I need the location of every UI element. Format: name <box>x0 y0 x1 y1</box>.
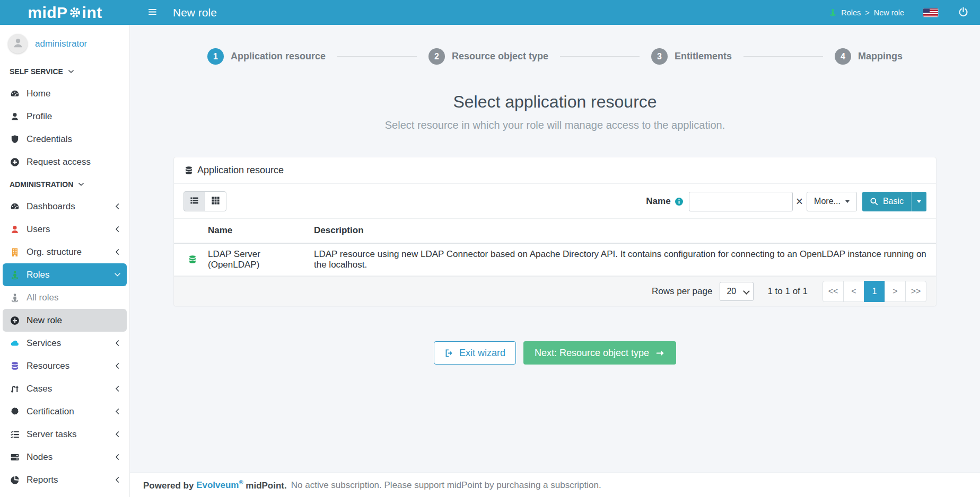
pager-page[interactable]: 1 <box>864 281 885 302</box>
section-label: ADMINISTRATION <box>10 180 73 189</box>
wizard-step-1[interactable]: 1Application resource <box>207 48 326 65</box>
name-search-input[interactable] <box>689 192 793 211</box>
sidebar-section-self-service[interactable]: SELF SERVICE <box>0 60 129 82</box>
user-icon <box>10 112 20 121</box>
role-breadcrumb-icon <box>829 8 837 16</box>
gear-icon <box>69 6 81 19</box>
step-connector <box>337 56 417 57</box>
breadcrumb: Roles > New role <box>829 8 904 17</box>
more-label: More... <box>814 197 841 206</box>
tile-view-button[interactable] <box>205 191 226 211</box>
exit-wizard-button[interactable]: Exit wizard <box>434 341 516 365</box>
step-label: Entitlements <box>675 51 732 62</box>
info-icon[interactable] <box>675 197 684 206</box>
pager-last[interactable]: >> <box>905 281 926 302</box>
page-body: administrator SELF SERVICEHomeProfileCre… <box>0 25 980 497</box>
sidebar-item-label: Nodes <box>27 452 52 463</box>
pager-next[interactable]: > <box>885 281 906 302</box>
sidebar-item-label: Profile <box>27 111 52 122</box>
sidebar-item-users[interactable]: Users <box>0 218 129 241</box>
menu-toggle-button[interactable] <box>146 5 159 20</box>
evolveum-link[interactable]: Evolveum® <box>196 480 243 490</box>
sidebar-item-dashboards[interactable]: Dashboards <box>0 195 129 218</box>
sidebar-nav: SELF SERVICEHomeProfileCredentialsReques… <box>0 60 129 491</box>
panel-title: Application resource <box>197 165 284 176</box>
sidebar-item-cases[interactable]: Cases <box>0 377 129 400</box>
chevron-left-icon <box>114 248 121 255</box>
caret-down-icon <box>845 200 850 203</box>
caret-down-icon <box>917 200 921 203</box>
step-number: 1 <box>207 48 224 65</box>
power-icon <box>958 7 968 19</box>
sidebar-item-nodes[interactable]: Nodes <box>0 446 129 468</box>
more-filters-button[interactable]: More... <box>807 192 857 211</box>
logout-button[interactable] <box>958 7 968 19</box>
user-panel[interactable]: administrator <box>0 25 129 60</box>
pie-chart-icon <box>10 475 20 485</box>
sidebar-item-org-structure[interactable]: Org. structure <box>0 241 129 263</box>
table-footer: Rows per page 20 1 to 1 of 1 <<<1>>> <box>174 276 936 306</box>
sidebar-item-resources[interactable]: Resources <box>0 354 129 377</box>
arrow-right-icon <box>656 349 665 358</box>
step-label: Mappings <box>858 51 903 62</box>
server-icon <box>10 452 20 462</box>
sidebar-item-label: Resources <box>27 361 69 371</box>
sidebar-item-reports[interactable]: Reports <box>0 468 129 491</box>
certificate-icon <box>10 407 20 416</box>
sidebar-item-roles[interactable]: Roles <box>3 263 127 286</box>
sidebar-item-credentials[interactable]: Credentials <box>0 128 129 150</box>
wizard-actions: Exit wizard Next: Resource object type <box>130 341 980 365</box>
sidebar-item-all-roles[interactable]: All roles <box>0 286 129 309</box>
search-mode-dropdown-button[interactable] <box>911 192 926 211</box>
sidebar-item-certification[interactable]: Certification <box>0 400 129 423</box>
sidebar-item-label: Request access <box>27 157 91 167</box>
sidebar-item-profile[interactable]: Profile <box>0 105 129 128</box>
chevron-left-icon <box>114 408 121 415</box>
cloud-icon <box>10 339 20 348</box>
page-title: New role <box>173 6 217 19</box>
breadcrumb-separator: > <box>865 8 869 17</box>
hamburger-icon <box>148 7 157 18</box>
wizard-step-4[interactable]: 4Mappings <box>835 48 903 65</box>
resource-name-cell: LDAP Server (OpenLDAP) <box>208 243 314 276</box>
panel-header: Application resource <box>174 157 936 184</box>
user-name: administrator <box>35 39 87 49</box>
app-logo[interactable]: midP int <box>0 0 130 25</box>
pagination-count: 1 to 1 of 1 <box>767 286 808 297</box>
chevron-left-icon <box>114 431 121 438</box>
step-number: 3 <box>651 48 668 65</box>
page-size-select[interactable]: 20 <box>720 282 754 301</box>
sidebar-section-administration[interactable]: ADMINISTRATION <box>0 173 129 195</box>
clear-search-button[interactable]: × <box>796 196 803 208</box>
sidebar-item-new-role[interactable]: New role <box>3 309 127 332</box>
pager-prev[interactable]: < <box>843 281 864 302</box>
table-view-button[interactable] <box>183 191 205 211</box>
pager-first[interactable]: << <box>822 281 844 302</box>
logo-text-post: int <box>82 4 102 22</box>
basic-label: Basic <box>883 197 904 206</box>
breadcrumb-current[interactable]: New role <box>874 8 904 17</box>
step-connector <box>743 56 823 57</box>
section-label: SELF SERVICE <box>10 67 63 76</box>
chevron-left-icon <box>114 226 121 233</box>
next-step-button[interactable]: Next: Resource object type <box>523 341 676 365</box>
sidebar-item-label: Dashboards <box>27 201 75 212</box>
powered-by-text: Powered by Evolveum® midPoint. <box>143 480 287 491</box>
sidebar-item-request-access[interactable]: Request access <box>0 150 129 173</box>
plus-circle-icon <box>10 157 20 167</box>
wizard-step-2[interactable]: 2Resource object type <box>428 48 548 65</box>
app-root: midP int New role Roles > New role admin… <box>0 0 980 497</box>
street-view-icon <box>10 293 20 303</box>
main-content: 1Application resource2Resource object ty… <box>130 25 980 497</box>
table-row[interactable]: LDAP Server (OpenLDAP)LDAP resource usin… <box>174 243 936 276</box>
sidebar-item-services[interactable]: Services <box>0 332 129 354</box>
user-icon <box>10 225 20 234</box>
basic-search-button[interactable]: Basic <box>862 192 911 211</box>
top-header: midP int New role Roles > New role <box>0 0 980 25</box>
sidebar-item-home[interactable]: Home <box>0 82 129 105</box>
tachometer-icon <box>10 202 20 211</box>
locale-flag-us[interactable] <box>923 8 938 17</box>
wizard-step-3[interactable]: 3Entitlements <box>651 48 732 65</box>
breadcrumb-roles-link[interactable]: Roles <box>841 8 861 17</box>
sidebar-item-server-tasks[interactable]: Server tasks <box>0 423 129 446</box>
